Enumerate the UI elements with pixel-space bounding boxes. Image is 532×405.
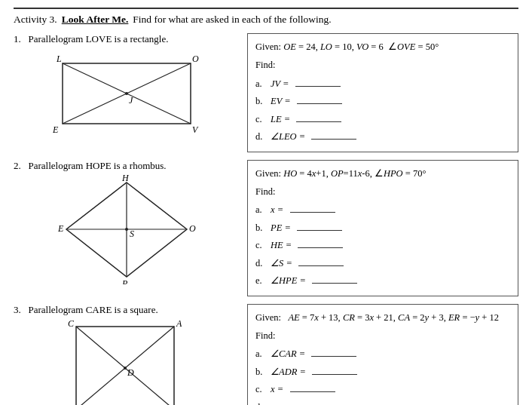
find-item-2a: a. x = [255,201,510,219]
svg-rect-18 [76,327,174,406]
svg-line-19 [76,327,174,406]
find-label-3b: ∠ADR = [271,364,306,381]
problem-3-right: Given: AE = 7x + 13, CR = 3x + 21, CA = … [247,304,518,406]
find-label-2d: ∠S = [271,255,292,272]
find-label-2: Find: [255,184,510,200]
find-item-2d: d. ∠S = [255,255,510,272]
given-value-1: OE = 24, LO = 10, VO = 6 ∠OVE = 50° [283,41,439,52]
find-blank-2a [290,212,335,213]
svg-text:L: L [56,54,62,64]
problem-2-diagram: H E O P S [14,175,240,284]
find-alpha-3d: d. [255,399,268,406]
problem-3-diagram: C A E R D [14,319,240,406]
svg-text:E: E [52,124,59,135]
problem-3-row: 3. Parallelogram CARE is a square. C A [14,304,518,406]
find-alpha-3b: b. [255,364,268,381]
activity-number: Activity 3. [14,14,57,26]
svg-text:E: E [57,223,64,234]
find-blank-3b [312,374,357,375]
problem-1-statement: Parallelogram LOVE is a rectangle. [29,33,169,44]
problem-2-find-items: a. x = b. PE = c. HE = [255,201,510,290]
find-label-2c: HE = [271,237,292,254]
svg-text:O: O [192,54,199,64]
svg-text:C: C [68,319,75,329]
problem-1-left: 1. Parallelogram LOVE is a rectangle. L [14,33,247,152]
svg-text:O: O [189,223,196,234]
find-blank-2e [312,283,357,284]
problem-1-row: 1. Parallelogram LOVE is a rectangle. L [14,33,518,152]
find-label-3a: ∠CAR = [271,345,305,363]
given-label-1: Given: [255,41,283,52]
find-blank-2b [297,230,342,231]
given-label-3: Given: [255,312,286,323]
problem-1-given-find: Given: OE = 24, LO = 10, VO = 6 ∠OVE = 5… [255,39,510,146]
problem-3-label: 3. Parallelogram CARE is a square. [14,304,240,316]
find-blank-1a [295,86,341,87]
problem-2-label: 2. Parallelogram HOPE is a rhombus. [14,160,240,172]
problem-1-right: Given: OE = 24, LO = 10, VO = 6 ∠OVE = 5… [247,33,518,152]
find-label-3d: y = [271,399,284,406]
find-item-1d: d. ∠LEO = [255,128,510,146]
page: Activity 3. Look After Me. Find for what… [0,0,532,405]
find-item-2e: e. ∠HPE = [255,272,510,290]
svg-text:P: P [121,278,128,284]
svg-text:A: A [176,319,182,329]
problem-1-find-items: a. JV = b. EV = c. LE = [255,75,510,146]
problem-2-given-find: Given: HO = 4x+1, OP=11x-6, ∠HPO = 70° F… [255,166,510,290]
svg-line-20 [76,327,174,406]
problem-3-left: 3. Parallelogram CARE is a square. C A [14,304,247,406]
find-item-1b: b. EV = [255,93,510,110]
problem-2-right: Given: HO = 4x+1, OP=11x-6, ∠HPO = 70° F… [247,160,518,296]
find-label-2b: PE = [271,219,291,237]
find-label-1b: EV = [271,93,291,110]
problem-3-statement: Parallelogram CARE is a square. [29,304,158,315]
problem-2-number: 2. [14,160,21,171]
svg-point-25 [124,367,127,370]
given-value-3: AE = 7x + 13, CR = 3x + 21, CA = 2y + 3,… [288,312,499,323]
problem-1-diagram: L O E V J [14,48,240,143]
rhombus-svg: H E O P S [47,175,206,284]
activity-bold: Look After Me. [62,14,129,26]
find-label-1c: LE = [271,111,290,128]
square-svg: C A E R D [57,319,197,406]
find-blank-3c [290,391,335,392]
find-label-3: Find: [255,328,510,344]
find-item-2c: c. HE = [255,237,510,254]
rectangle-svg: L O E V J [47,48,206,143]
find-blank-3a [311,356,356,357]
svg-text:H: H [121,175,130,183]
problem-3-given: Given: AE = 7x + 13, CR = 3x + 21, CA = … [255,310,510,326]
given-label-2: Given: [255,168,283,179]
svg-text:J: J [129,95,133,106]
find-alpha-1c: c. [255,111,268,128]
find-label-2a: x = [271,201,284,219]
find-item-3a: a. ∠CAR = [255,345,510,363]
find-item-1c: c. LE = [255,111,510,128]
svg-text:S: S [130,229,134,239]
svg-text:V: V [192,124,199,135]
problem-1-number: 1. [14,33,21,44]
problem-2-statement: Parallelogram HOPE is a rhombus. [29,160,167,171]
find-item-1a: a. JV = [255,75,510,93]
activity-description: Find for what are asked in each of the f… [133,14,331,26]
find-label-3c: x = [271,381,284,398]
problems-area: 1. Parallelogram LOVE is a rectangle. L [14,33,518,405]
svg-point-16 [125,228,128,231]
find-alpha-1b: b. [255,93,268,110]
problem-3-given-find: Given: AE = 7x + 13, CR = 3x + 21, CA = … [255,310,510,406]
find-item-3c: c. x = [255,381,510,398]
find-item-3d: d. y = [255,399,510,406]
find-alpha-1a: a. [255,75,268,93]
find-alpha-1d: d. [255,128,268,146]
find-alpha-2e: e. [255,272,268,290]
find-alpha-2a: a. [255,201,268,219]
svg-point-7 [125,92,128,95]
find-alpha-2d: d. [255,255,268,272]
find-item-2b: b. PE = [255,219,510,237]
problem-2-row: 2. Parallelogram HOPE is a rhombus. H [14,160,518,296]
problem-3-number: 3. [14,304,21,315]
find-label-2e: ∠HPE = [271,272,306,290]
find-alpha-3c: c. [255,381,268,398]
find-item-3b: b. ∠ADR = [255,364,510,381]
problem-1-label: 1. Parallelogram LOVE is a rectangle. [14,33,240,45]
